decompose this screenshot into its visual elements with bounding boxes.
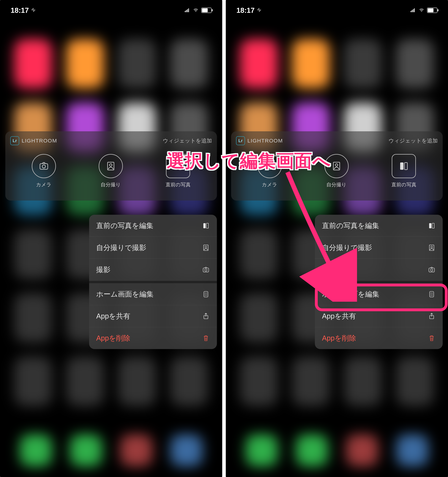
- menu-item-label: 直前の写真を編集: [96, 221, 153, 231]
- location-icon: [31, 6, 36, 14]
- annotation-text: 選択して編集画面へ: [167, 149, 331, 173]
- menu-item-label: Appを共有: [322, 311, 356, 321]
- app-badge-icon: Lr: [236, 136, 245, 145]
- menu-item-4[interactable]: Appを共有: [89, 305, 217, 327]
- camera-icon: [202, 266, 210, 274]
- dock-background: [0, 424, 222, 477]
- battery-icon: [427, 8, 437, 13]
- lr-rect-icon: [202, 222, 210, 230]
- status-bar: 18:17: [0, 5, 222, 16]
- battery-icon: [201, 8, 212, 13]
- trash-icon: [202, 334, 210, 342]
- menu-item-label: 撮影: [322, 265, 336, 274]
- status-time: 18:17: [11, 6, 29, 14]
- status-bar: 18:17: [226, 5, 448, 16]
- share-icon: [428, 312, 436, 320]
- portrait-icon: [99, 154, 123, 178]
- cellular-icon: [184, 6, 190, 14]
- menu-item-label: ホーム画面を編集: [96, 289, 154, 299]
- menu-item-5[interactable]: Appを削除: [89, 327, 217, 349]
- apps-icon: [202, 290, 210, 298]
- camera-icon: [32, 154, 56, 178]
- widget-action-label: 直前の写真: [391, 181, 416, 188]
- context-menu: 直前の写真を編集 自分撮りで撮影 撮影 ホーム画面を編集 Appを共有 Appを…: [315, 215, 443, 349]
- share-icon: [202, 312, 210, 320]
- widget-action-label: 直前の写真: [166, 181, 191, 188]
- menu-item-label: Appを削除: [322, 333, 356, 343]
- widget-action-0[interactable]: カメラ: [32, 154, 56, 188]
- widget-action-label: 自分撮り: [101, 181, 121, 188]
- widget-title: LIGHTROOM: [22, 138, 57, 144]
- annotation-highlight: [315, 284, 448, 311]
- lr-rect-icon: [428, 222, 436, 230]
- portrait-icon: [202, 244, 210, 252]
- menu-item-2[interactable]: 撮影: [89, 259, 217, 281]
- menu-item-label: Appを共有: [96, 311, 130, 321]
- menu-item-1[interactable]: 自分撮りで撮影: [89, 237, 217, 259]
- wifi-icon: [193, 6, 199, 14]
- menu-item-label: 直前の写真を編集: [322, 221, 379, 231]
- menu-item-2[interactable]: 撮影: [315, 259, 443, 281]
- menu-item-0[interactable]: 直前の写真を編集: [89, 215, 217, 237]
- menu-item-1[interactable]: 自分撮りで撮影: [315, 237, 443, 259]
- menu-item-label: 自分撮りで撮影: [96, 243, 146, 252]
- camera-icon: [428, 266, 436, 274]
- app-badge-icon: Lr: [10, 136, 19, 145]
- widget-action-label: カメラ: [262, 181, 277, 188]
- menu-item-3[interactable]: ホーム画面を編集: [89, 281, 217, 305]
- dock-background: [226, 424, 448, 477]
- widget-action-label: カメラ: [36, 181, 52, 188]
- lr-rect-icon: [392, 154, 416, 178]
- menu-item-5[interactable]: Appを削除: [315, 327, 443, 349]
- widget-title: LIGHTROOM: [247, 138, 283, 144]
- add-widget-button[interactable]: ウィジェットを追加: [163, 137, 212, 144]
- phone-left: 18:17 Lr LIGHTROOM ウィジェットを追加 カメラ: [0, 0, 222, 477]
- trash-icon: [428, 334, 436, 342]
- cellular-icon: [410, 6, 416, 14]
- location-icon: [257, 6, 262, 14]
- menu-item-label: Appを削除: [96, 333, 130, 343]
- status-time: 18:17: [236, 6, 255, 14]
- add-widget-button[interactable]: ウィジェットを追加: [388, 137, 438, 144]
- portrait-icon: [428, 244, 436, 252]
- widget-action-label: 自分撮り: [326, 181, 346, 188]
- menu-item-0[interactable]: 直前の写真を編集: [315, 215, 443, 237]
- wifi-icon: [418, 6, 424, 14]
- menu-item-label: 自分撮りで撮影: [322, 243, 372, 252]
- menu-item-label: 撮影: [96, 265, 110, 274]
- phone-right: 18:17 Lr LIGHTROOM ウィジェットを追加 カメラ: [226, 0, 448, 477]
- widget-action-2[interactable]: 直前の写真: [391, 154, 416, 188]
- widget-action-1[interactable]: 自分撮り: [99, 154, 123, 188]
- context-menu: 直前の写真を編集 自分撮りで撮影 撮影 ホーム画面を編集 Appを共有 Appを…: [89, 215, 217, 349]
